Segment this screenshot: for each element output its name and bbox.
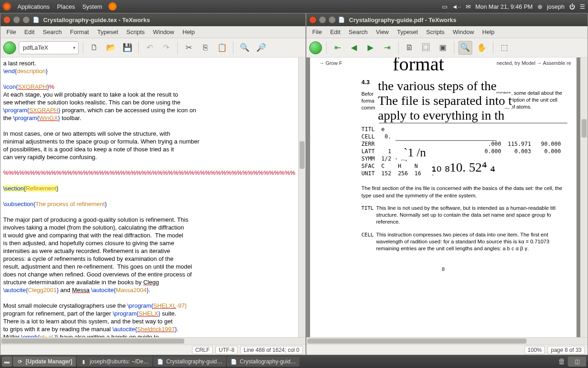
menu-file[interactable]: File bbox=[2, 27, 20, 37]
editor-menubar: File Edit Search Format Typeset Scripts … bbox=[0, 26, 305, 38]
menu-search[interactable]: Search bbox=[345, 27, 372, 37]
paste-icon[interactable]: 📋 bbox=[215, 41, 229, 55]
menu-view[interactable]: View bbox=[372, 27, 393, 37]
menu-typeset[interactable]: Typeset bbox=[393, 27, 422, 37]
undo-icon[interactable]: ↶ bbox=[143, 41, 157, 55]
shutdown-icon[interactable]: ⏻ bbox=[569, 3, 575, 10]
menu-search[interactable]: Search bbox=[39, 27, 66, 37]
minimize-icon[interactable] bbox=[13, 16, 20, 23]
editor-hscrollbar[interactable] bbox=[0, 337, 305, 345]
copy-icon[interactable]: ⎘ bbox=[198, 41, 212, 55]
actual-size-icon[interactable]: 🗎 bbox=[403, 41, 417, 55]
last-page-icon[interactable]: ⇥ bbox=[380, 41, 394, 55]
magnify-icon[interactable]: 🔍 bbox=[458, 41, 472, 55]
workspace-switcher[interactable]: ◫ bbox=[568, 356, 586, 367]
maximize-icon[interactable] bbox=[23, 16, 30, 23]
menu-scripts[interactable]: Scripts bbox=[422, 27, 449, 37]
menu-edit[interactable]: Edit bbox=[326, 27, 345, 37]
viewer-titlebar: 📄 Crystallography-guide.pdf - TeXworks bbox=[306, 13, 588, 26]
next-page-icon[interactable]: ▶ bbox=[364, 41, 378, 55]
menu-window[interactable]: Window bbox=[149, 27, 178, 37]
mail-icon[interactable]: ✉ bbox=[466, 3, 471, 10]
battery-icon[interactable]: ▭ bbox=[442, 3, 447, 10]
menu-typeset[interactable]: Typeset bbox=[93, 27, 123, 37]
texworks-icon: 📄 bbox=[231, 358, 237, 365]
user-switch-icon[interactable]: ⊗ bbox=[537, 3, 543, 10]
menu-scripts[interactable]: Scripts bbox=[122, 27, 149, 37]
typeset-run-button[interactable] bbox=[3, 41, 16, 54]
menu-file[interactable]: File bbox=[308, 27, 326, 37]
accessibility-icon[interactable]: ☰ bbox=[580, 3, 585, 10]
username[interactable]: joseph bbox=[547, 3, 565, 10]
viewer-vscrollbar[interactable] bbox=[580, 58, 588, 337]
update-manager-icon: ⟳ bbox=[17, 358, 23, 365]
terminal-icon: ▮ bbox=[80, 358, 87, 365]
cursor-position: Line 488 of 1624; col 0 bbox=[240, 346, 302, 354]
magnified-text: apply to everything in th bbox=[378, 108, 504, 123]
new-file-icon[interactable]: 🗋 bbox=[87, 41, 101, 55]
open-file-icon[interactable]: 📂 bbox=[104, 41, 118, 55]
menu-help[interactable]: Help bbox=[178, 27, 199, 37]
minimize-icon[interactable] bbox=[319, 16, 326, 23]
taskbar-item[interactable]: 📄Crystallography-guid… bbox=[227, 356, 300, 367]
page-number: 8 bbox=[310, 266, 577, 272]
editor-statusbar: CRLF UTF-8 Line 488 of 1624; col 0 bbox=[0, 345, 305, 355]
taskbar-item[interactable]: 📄Crystallography-guid… bbox=[153, 356, 226, 367]
pdf-page: → Grow Fnected, try Model → Assemble re … bbox=[310, 58, 577, 337]
viewer-menubar: File Edit Search View Typeset Scripts Wi… bbox=[306, 26, 588, 38]
editor-titlebar: 📄 Crystallography-guide.tex - TeXworks bbox=[0, 13, 305, 26]
taskbar-item[interactable]: ▮joseph@ubuntu: ~/De… bbox=[77, 356, 153, 367]
taskbar-item[interactable]: ⟳[Update Manager] bbox=[13, 356, 76, 367]
page-indicator[interactable]: page 8 of 33 bbox=[548, 346, 585, 354]
fit-width-icon[interactable]: ⿴ bbox=[419, 41, 433, 55]
volume-icon[interactable]: ◄·· bbox=[452, 3, 461, 10]
menu-help[interactable]: Help bbox=[478, 27, 499, 37]
menu-window[interactable]: Window bbox=[449, 27, 478, 37]
close-icon[interactable] bbox=[3, 16, 11, 23]
source-editor[interactable]: a last resort. \end{description} \icon{S… bbox=[0, 58, 298, 337]
pdf-viewport[interactable]: → Grow Fnected, try Model → Assemble re … bbox=[306, 58, 580, 337]
hand-tool-icon[interactable]: ✋ bbox=[475, 41, 489, 55]
encoding-indicator[interactable]: UTF-8 bbox=[215, 346, 237, 354]
editor-title: Crystallography-guide.tex - TeXworks bbox=[43, 17, 150, 23]
texworks-icon: 📄 bbox=[157, 358, 164, 365]
show-desktop-button[interactable]: ▬ bbox=[2, 356, 12, 367]
editor-vscrollbar[interactable] bbox=[298, 58, 305, 337]
eol-indicator[interactable]: CRLF bbox=[192, 346, 213, 354]
redo-icon[interactable]: ↷ bbox=[159, 41, 173, 55]
typeset-run-button[interactable] bbox=[309, 41, 322, 54]
ubuntu-logo-icon bbox=[3, 2, 11, 11]
typeset-engine-select[interactable]: pdfLaTeX bbox=[19, 41, 79, 54]
places-menu[interactable]: Places bbox=[53, 3, 79, 10]
menu-format[interactable]: Format bbox=[66, 27, 93, 37]
tex-editor-window: 📄 Crystallography-guide.tex - TeXworks F… bbox=[0, 13, 306, 355]
viewer-toolbar: ⇤ ◀ ▶ ⇥ 🗎 ⿴ ▣ 🔍 ✋ ⬚ bbox=[306, 38, 588, 58]
clock[interactable]: Mon Mar 21, 9:46 PM bbox=[475, 3, 533, 10]
viewer-title: Crystallography-guide.pdf - TeXworks bbox=[349, 17, 457, 23]
viewer-statusbar: 100% page 8 of 33 bbox=[306, 345, 588, 355]
magnified-text: The file is separated into t bbox=[378, 93, 512, 108]
pdf-viewer-window: 📄 Crystallography-guide.pdf - TeXworks F… bbox=[306, 13, 588, 355]
fit-window-icon[interactable]: ▣ bbox=[436, 41, 450, 55]
firefox-icon[interactable] bbox=[108, 2, 117, 11]
save-file-icon[interactable]: 💾 bbox=[120, 41, 134, 55]
maximize-icon[interactable] bbox=[328, 16, 336, 23]
editor-toolbar: pdfLaTeX 🗋 📂 💾 ↶ ↷ ✂ ⎘ 📋 🔍 🔎 bbox=[0, 38, 305, 58]
section-heading: format bbox=[393, 58, 444, 75]
viewer-hscrollbar[interactable] bbox=[306, 337, 588, 345]
zoom-indicator[interactable]: 100% bbox=[525, 346, 545, 354]
search-icon[interactable]: 🔍 bbox=[237, 41, 251, 55]
first-page-icon[interactable]: ⇤ bbox=[331, 41, 345, 55]
gnome-bottom-panel: ▬ ⟳[Update Manager] ▮joseph@ubuntu: ~/De… bbox=[0, 355, 588, 368]
cut-icon[interactable]: ✂ bbox=[182, 41, 196, 55]
close-icon[interactable] bbox=[309, 16, 317, 23]
select-tool-icon[interactable]: ⬚ bbox=[498, 41, 511, 55]
menu-edit[interactable]: Edit bbox=[20, 27, 39, 37]
applications-menu[interactable]: Applications bbox=[14, 3, 53, 10]
magnified-text: the various steps of the bbox=[378, 79, 497, 93]
trash-icon[interactable]: 🗑 bbox=[557, 356, 567, 367]
texworks-icon: 📄 bbox=[32, 16, 40, 23]
replace-icon[interactable]: 🔎 bbox=[254, 41, 268, 55]
prev-page-icon[interactable]: ◀ bbox=[347, 41, 361, 55]
system-menu[interactable]: System bbox=[79, 3, 106, 10]
